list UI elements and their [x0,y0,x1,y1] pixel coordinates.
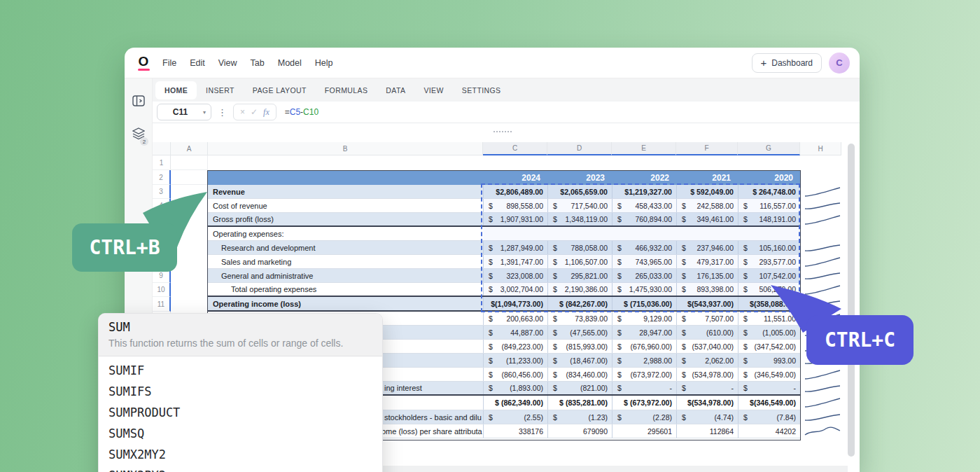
row-label-6[interactable]: Operating expenses: [208,227,483,240]
cell-F20[interactable]: 112864 [676,424,738,438]
cell-G12[interactable]: $11,551.00 [738,312,800,325]
column-header-D[interactable]: D [547,142,612,155]
cell-E9[interactable]: $265,033.00 [612,269,676,282]
cell-E14[interactable]: $(676,960.00) [612,340,676,353]
vertical-scrollbar[interactable] [848,144,855,457]
cell-F16[interactable]: $(534,978.00) [676,368,738,381]
row-label-10[interactable]: Total operating expenses [208,283,483,296]
cell-G17[interactable]: $- [738,382,800,394]
cell-E7[interactable]: $466,932.00 [612,241,676,254]
row-header-1[interactable]: 1 [153,155,171,170]
cell-G10[interactable]: $506,279.00 [738,283,800,296]
menu-model[interactable]: Model [278,58,302,68]
cell-E11[interactable]: $ (715,036.00) [612,297,676,310]
cell-C18[interactable]: $ (862,349.00) [483,396,547,410]
app-logo-icon[interactable]: O [136,55,151,71]
tab-page-layout[interactable]: PAGE LAYOUT [244,81,316,99]
cell-C12[interactable]: $200,663.00 [483,312,547,325]
cell-E4[interactable]: $458,433.00 [612,199,676,212]
cell-G5[interactable]: $148,191.00 [738,213,800,225]
cell-A1[interactable] [171,155,208,170]
cell-C19[interactable]: $(2.55) [483,410,547,424]
cell-F3[interactable]: $ 592,049.00 [676,185,738,198]
cell-G11[interactable]: $(358,088.00) [738,297,800,310]
function-option-sumif[interactable]: SUMIF [99,360,382,381]
cell-E18[interactable]: $ (673,972.00) [612,396,676,410]
cell-F11[interactable]: $(543,937.00) [676,297,738,310]
cell-G13[interactable]: $(1,005.00) [738,326,800,339]
cell-G14[interactable]: $(347,542.00) [738,340,800,353]
row-header-4[interactable]: 4 [153,199,171,213]
cell-F13[interactable]: $(610.00) [676,326,738,339]
menu-view[interactable]: View [218,58,237,68]
cell-E13[interactable]: $28,947.00 [612,326,676,339]
column-header-F[interactable]: F [676,142,738,155]
cell-F15[interactable]: $2,062.00 [676,354,738,367]
cell-D20[interactable]: 679090 [547,424,612,438]
tab-settings[interactable]: SETTINGS [453,81,510,99]
cell-G9[interactable]: $107,542.00 [738,269,800,282]
cell-D19[interactable]: $(1.23) [547,410,612,424]
cell-F5[interactable]: $349,461.00 [676,213,738,225]
tab-data[interactable]: DATA [377,81,414,99]
cell-E15[interactable]: $2,988.00 [612,354,676,367]
tab-view[interactable]: VIEW [414,81,452,99]
cell-D8[interactable]: $1,106,507.00 [547,255,612,268]
function-option-sumx2my2[interactable]: SUMX2MY2 [99,444,382,465]
cell-D3[interactable]: $2,065,659.00 [547,185,612,198]
row-label-4[interactable]: Cost of revenue [208,199,483,212]
cell-F7[interactable]: $237,946.00 [676,241,738,254]
function-option-sumsq[interactable]: SUMSQ [99,423,382,444]
cell-C14[interactable]: $(849,223.00) [483,340,547,353]
cell-E20[interactable]: 295601 [612,424,676,438]
cell-C7[interactable]: $1,287,949.00 [483,241,547,254]
cell-C8[interactable]: $1,391,747.00 [483,255,547,268]
fx-icon[interactable]: fx [263,107,270,118]
cell-E5[interactable]: $760,894.00 [612,213,676,225]
more-options-icon[interactable]: ⋮ [218,107,227,118]
cell-D5[interactable]: $1,348,119.00 [547,213,612,225]
row-label-3[interactable]: Revenue [208,185,483,198]
function-option-sumproduct[interactable]: SUMPRODUCT [99,402,382,423]
tab-home[interactable]: HOME [155,81,197,99]
row-label-9[interactable]: General and administrative [208,269,483,282]
function-option-sumx2py2[interactable]: SUMX2PY2 [99,465,382,472]
row-header-10[interactable]: 10 [153,283,171,297]
column-header-A[interactable]: A [171,142,208,155]
cell-G18[interactable]: $(346,549.00) [738,396,800,410]
menu-help[interactable]: Help [315,58,333,68]
cell-F17[interactable]: $- [676,382,738,394]
year-header-2023[interactable]: 2023 [547,170,612,185]
menu-tab[interactable]: Tab [251,58,265,68]
row-label-5[interactable]: Gross profit (loss) [208,213,483,225]
column-header-G[interactable]: G [738,142,800,155]
row-label-7[interactable]: Research and development [208,241,483,254]
cell-F19[interactable]: $(4.74) [676,410,738,424]
cell-empty-span-6[interactable] [483,227,800,240]
cell-reference-box[interactable]: C11 ▾ [157,104,211,120]
cell-E16[interactable]: $(673,972.00) [612,368,676,381]
year-header-2021[interactable]: 2021 [676,170,738,185]
cell-G16[interactable]: $(346,549.00) [738,368,800,381]
confirm-icon[interactable]: ✓ [251,107,258,117]
cell-F10[interactable]: $893,398.00 [676,283,738,296]
row-label-8[interactable]: Sales and marketing [208,255,483,268]
cell-F8[interactable]: $479,317.00 [676,255,738,268]
avatar[interactable]: C [829,53,850,74]
cell-G4[interactable]: $116,557.00 [738,199,800,212]
cell-D13[interactable]: $(47,565.00) [547,326,612,339]
cell-D15[interactable]: $(18,467.00) [547,354,612,367]
cell-G20[interactable]: 44202 [738,424,800,438]
column-header-C[interactable]: C [483,142,547,155]
menu-file[interactable]: File [162,58,176,68]
cell-G3[interactable]: $ 264,748.00 [738,185,800,198]
dashboard-button[interactable]: + Dashboard [752,53,822,73]
cell-E10[interactable]: $1,475,930.00 [612,283,676,296]
row-header-11[interactable]: 11 [153,297,171,312]
cell-G7[interactable]: $105,160.00 [738,241,800,254]
row-label-11[interactable]: Operating income (loss) [208,297,483,310]
column-header-H[interactable]: H [800,142,841,155]
column-header-B[interactable]: B [208,142,483,155]
cell-D10[interactable]: $2,190,386.00 [547,283,612,296]
cell-C13[interactable]: $44,887.00 [483,326,547,339]
